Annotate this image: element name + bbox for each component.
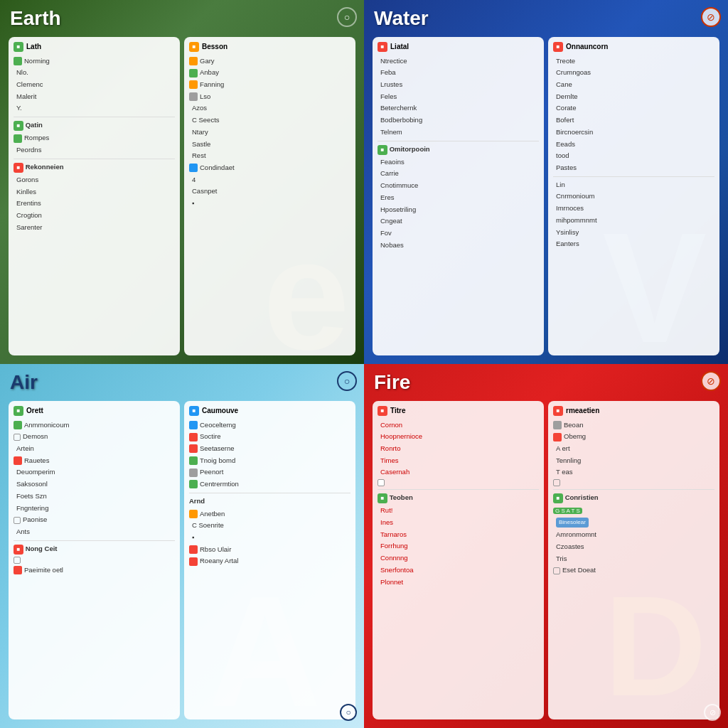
water-lists: ■ Liatal Ntrectice Feba Lrustes Feles Be… (373, 37, 719, 355)
earth-list2-header: ■ Besson (189, 41, 350, 53)
list-item[interactable]: Eset Doeat (553, 564, 714, 577)
item-icon (189, 456, 198, 465)
list-item[interactable]: Gary (189, 55, 350, 68)
item-icon (189, 480, 198, 488)
list-item: tood (553, 150, 714, 162)
list-item[interactable] (14, 556, 175, 564)
list-item: Ntrectice (378, 55, 539, 68)
air-list1-title: Orett (26, 405, 43, 417)
checkbox[interactable] (553, 479, 560, 486)
list-item: mihpommnmt (553, 215, 714, 227)
list-item[interactable]: Paonise (14, 514, 175, 526)
water-list2: ■ Onnauncorn Treote Crumngoas Cane Dernl… (548, 37, 719, 355)
list-item[interactable]: Tnoig bomd (189, 455, 350, 467)
list-item[interactable] (553, 478, 714, 487)
water-corner-icon[interactable]: ⊘ (701, 7, 721, 27)
list-item[interactable]: Peenort (189, 466, 350, 478)
list-item: Dernlte (553, 91, 714, 103)
list-item[interactable]: Paeimite oetl (14, 564, 175, 577)
checkbox[interactable] (14, 557, 21, 564)
checkbox[interactable] (14, 517, 21, 524)
item-icon (189, 545, 198, 554)
list-item: Ysinlisy (553, 227, 714, 239)
item-text: Ceoceltemg (200, 420, 236, 431)
air-list2-icon: ■ (189, 406, 199, 416)
list-item[interactable]: Centrermtion (189, 478, 350, 491)
checkbox[interactable] (553, 567, 560, 574)
fire-list1-title: Titre (390, 405, 406, 417)
list-item: Connnng (378, 552, 539, 564)
list-item[interactable]: Condindaet (189, 162, 350, 174)
item-text: Roeany Artal (200, 556, 238, 567)
item-icon (14, 566, 22, 574)
air-list2: ■ Caumouve Ceoceltemg Soctire Seetaserne (184, 401, 355, 719)
list-item: Czoastes (553, 541, 714, 553)
item-text: Rauetes (24, 456, 49, 466)
checkbox[interactable] (14, 434, 21, 441)
item-text: Rbso Ulair (200, 545, 231, 555)
list-item: Deuomperim (14, 466, 175, 478)
list-item: Rut! (378, 505, 539, 517)
list-item: Imrnoces (553, 203, 714, 215)
list-item[interactable]: Rompes (14, 132, 175, 144)
list-item: Tris (553, 553, 714, 565)
list-item[interactable]: Anetben (189, 508, 350, 520)
item-text: Anbay (200, 68, 219, 78)
list-item[interactable]: Beoan (553, 419, 714, 432)
water-list1-header: ■ Liatal (378, 41, 539, 53)
divider (14, 159, 175, 159)
list-item: Lrustes (378, 79, 539, 91)
air-corner-icon[interactable]: ○ (337, 371, 357, 391)
fire-list2-header: ■ rmeaetien (553, 405, 714, 417)
item-text: Obemg (564, 432, 586, 442)
item-icon (553, 433, 562, 441)
section-icon: ■ (14, 545, 23, 555)
list-item[interactable]: Rbso Ulair (189, 544, 350, 556)
list-item[interactable]: Anmmonicoum (14, 419, 175, 432)
list-item[interactable]: Norming (14, 55, 175, 68)
air-bottom-icon: ○ (340, 704, 357, 721)
list-item: Snerfontoa (378, 564, 539, 577)
item-icon (189, 444, 198, 453)
list-item[interactable]: Lso (189, 91, 350, 103)
list-item[interactable]: Seetaserne (189, 443, 350, 455)
list-item[interactable]: Soctire (189, 431, 350, 443)
list-item[interactable]: Ceoceltemg (189, 419, 350, 432)
fire-title: Fire (374, 371, 410, 394)
list-item: Lin (553, 179, 714, 191)
item-icon (189, 421, 198, 429)
list-item[interactable]: Fanning (189, 79, 350, 91)
water-list1-title: Liatal (390, 41, 409, 53)
earth-title: Earth (10, 7, 61, 30)
list-item: Hoopnernioce (378, 431, 539, 443)
quadrant-water: V Water ⊘ ■ Liatal Ntrectice Feba Lruste… (364, 0, 728, 364)
earth-corner-icon[interactable]: ○ (337, 7, 357, 27)
item-icon (189, 69, 198, 77)
list-item[interactable]: Roeany Artal (189, 555, 350, 567)
list-item: Tarnaros (378, 529, 539, 541)
list-item[interactable]: Obemg (553, 431, 714, 443)
divider (378, 141, 539, 141)
list-item: Binesolear (553, 516, 714, 529)
list-item: Sarenter (14, 222, 175, 234)
list-item[interactable] (378, 478, 539, 487)
list-item: Bofert (553, 114, 714, 127)
list-item: Telnem (378, 127, 539, 139)
list-item: Corate (553, 102, 714, 114)
list-item: C Seects (189, 114, 350, 127)
item-text: Centrermtion (200, 479, 239, 490)
fire-corner-icon[interactable]: ⊘ (701, 371, 721, 391)
section-label: Arnd (189, 496, 350, 507)
list-item[interactable]: Rauetes (14, 455, 175, 467)
blue-button[interactable]: Binesolear (556, 518, 589, 528)
list-item[interactable]: Demosn (14, 431, 175, 443)
list-item: Cornon (378, 419, 539, 432)
list-item: ▪ (189, 198, 350, 210)
list-item[interactable]: Anbay (189, 67, 350, 79)
item-text: Soctire (200, 432, 221, 442)
item-icon (189, 57, 198, 65)
divider (378, 489, 539, 490)
list-item: Malerit (14, 91, 175, 103)
list-item: Saksosonl (14, 478, 175, 491)
checkbox[interactable] (378, 479, 385, 486)
